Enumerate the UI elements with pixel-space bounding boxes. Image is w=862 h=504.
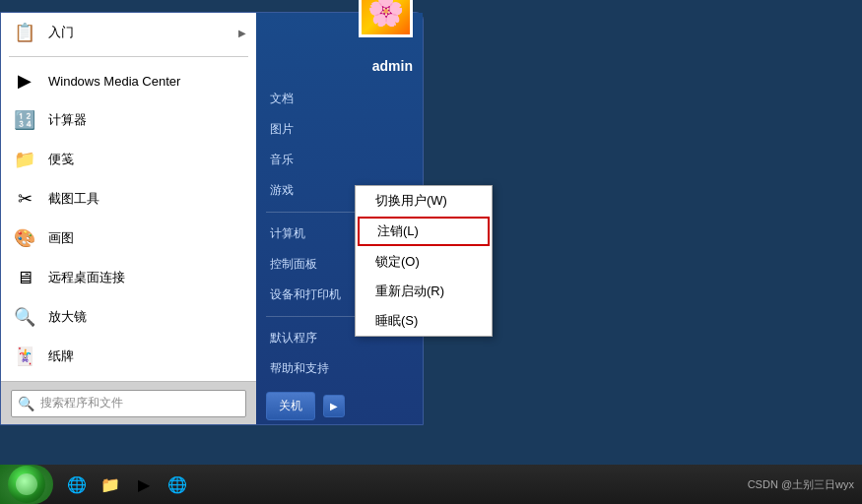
taskbar-media-icon[interactable]: ▶ (128, 469, 160, 500)
start-menu-left-panel: 📋入门▶▶Windows Media Center🔢计算器📁便笺✂截图工具🎨画图… (1, 13, 256, 424)
context-item-restart[interactable]: 重新启动(R) (356, 277, 492, 306)
magnifier-icon: 🔍 (11, 303, 38, 331)
intro-label: 入门 (48, 24, 74, 41)
scissors-label: 截图工具 (48, 190, 99, 208)
desktop: 📋入门▶▶Windows Media Center🔢计算器📁便笺✂截图工具🎨画图… (0, 0, 862, 465)
search-box[interactable]: 🔍 搜索程序和文件 (11, 390, 246, 417)
intro-arrow-icon: ▶ (238, 28, 246, 38)
rdp-label: 远程桌面连接 (48, 269, 125, 286)
menu-item-rdp[interactable]: 🖥远程桌面连接 (1, 258, 256, 297)
calc-label: 计算器 (48, 111, 87, 129)
username-text: admin (372, 58, 413, 74)
taskbar-items: 🌐 📁 ▶ 🌐 (57, 469, 748, 500)
context-item-sleep[interactable]: 睡眠(S) (356, 306, 492, 336)
calc-icon: 🔢 (11, 106, 38, 134)
menu-item-paint[interactable]: 🎨画图 (1, 219, 256, 258)
taskbar-right: CSDN @土别三日wyx (748, 477, 862, 492)
scissors-icon: ✂ (11, 185, 38, 213)
cards-label: 纸牌 (48, 347, 74, 365)
menu-item-magnifier[interactable]: 🔍放大镜 (1, 297, 256, 337)
start-menu-programs: 📋入门▶▶Windows Media Center🔢计算器📁便笺✂截图工具🎨画图… (1, 13, 256, 381)
right-menu-item-help[interactable]: 帮助和支持 (256, 353, 423, 384)
search-icon: 🔍 (18, 396, 34, 411)
context-item-lock[interactable]: 锁定(O) (356, 247, 492, 277)
context-item-logout[interactable]: 注销(L) (358, 217, 490, 246)
briefcase-icon: 📁 (11, 146, 38, 173)
menu-item-intro[interactable]: 📋入门▶ (1, 13, 256, 52)
shutdown-options-button[interactable]: ▶ (323, 395, 345, 417)
taskbar-chrome-icon[interactable]: 🌐 (162, 469, 193, 500)
user-avatar: 🌸 (359, 0, 413, 37)
shutdown-section: 关机 ▶ (256, 384, 423, 428)
cards-icon: 🃏 (11, 343, 38, 370)
intro-icon: 📋 (11, 19, 38, 46)
menu-item-wmc[interactable]: ▶Windows Media Center (1, 61, 256, 100)
menu-item-cards[interactable]: 🃏纸牌 (1, 337, 256, 376)
right-menu-item-music[interactable]: 音乐 (256, 145, 423, 175)
shutdown-button[interactable]: 关机 (266, 392, 315, 420)
wmc-icon: ▶ (11, 67, 38, 94)
context-item-switch-user[interactable]: 切换用户(W) (356, 186, 492, 216)
username-header: admin (256, 52, 423, 84)
menu-item-scissors[interactable]: ✂截图工具 (1, 179, 256, 219)
magnifier-label: 放大镜 (48, 308, 87, 326)
menu-item-calc[interactable]: 🔢计算器 (1, 100, 256, 140)
start-button[interactable] (0, 465, 53, 504)
context-menu: 切换用户(W)注销(L)锁定(O)重新启动(R)睡眠(S) (355, 185, 493, 337)
right-menu-item-pics[interactable]: 图片 (256, 114, 423, 145)
paint-label: 画图 (48, 229, 74, 247)
taskbar-folder-icon[interactable]: 📁 (95, 469, 126, 500)
taskbar-ie-icon[interactable]: 🌐 (61, 469, 93, 500)
rdp-icon: 🖥 (11, 264, 38, 291)
start-menu-search-bar: 🔍 搜索程序和文件 (1, 381, 256, 424)
paint-icon: 🎨 (11, 224, 38, 252)
taskbar: 🌐 📁 ▶ 🌐 CSDN @土别三日wyx (0, 465, 862, 504)
start-orb-inner (16, 473, 37, 495)
briefcase-label: 便笺 (48, 151, 74, 168)
wmc-label: Windows Media Center (48, 74, 180, 89)
right-menu-item-docs[interactable]: 文档 (256, 84, 423, 114)
search-placeholder-text: 搜索程序和文件 (40, 395, 123, 411)
brand-label: CSDN @土别三日wyx (748, 477, 854, 492)
menu-divider-top (9, 56, 248, 57)
start-orb (8, 466, 45, 503)
menu-item-briefcase[interactable]: 📁便笺 (1, 140, 256, 179)
